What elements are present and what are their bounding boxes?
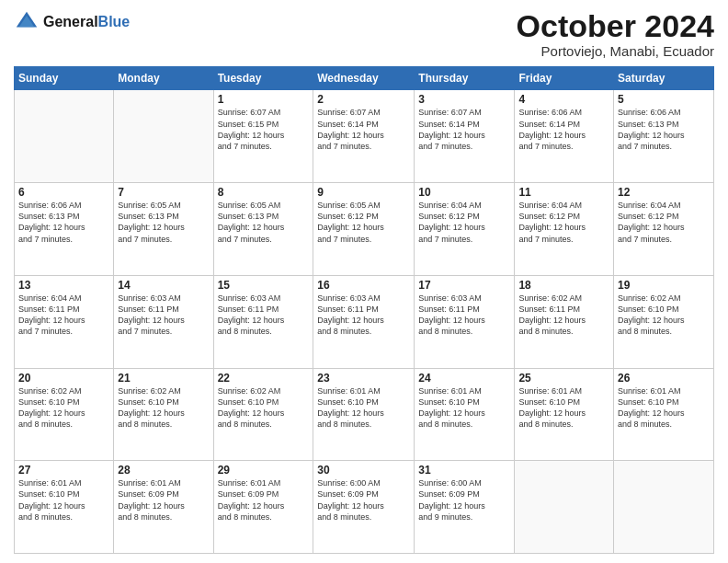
day-number: 27 bbox=[18, 464, 109, 477]
day-number: 18 bbox=[518, 279, 609, 292]
cell-info: Sunrise: 6:03 AM Sunset: 6:11 PM Dayligh… bbox=[317, 293, 410, 338]
day-number: 1 bbox=[218, 93, 310, 106]
logo-icon bbox=[14, 9, 40, 35]
cell-info: Sunrise: 6:06 AM Sunset: 6:13 PM Dayligh… bbox=[18, 200, 109, 245]
cell-info: Sunrise: 6:01 AM Sunset: 6:10 PM Dayligh… bbox=[317, 385, 410, 431]
cell-info: Sunrise: 6:04 AM Sunset: 6:12 PM Dayligh… bbox=[518, 200, 609, 245]
calendar-week-5: 27Sunrise: 6:01 AM Sunset: 6:10 PM Dayli… bbox=[15, 461, 714, 554]
cell-info: Sunrise: 6:04 AM Sunset: 6:12 PM Dayligh… bbox=[418, 200, 510, 245]
day-number: 21 bbox=[118, 372, 209, 385]
day-number: 6 bbox=[18, 186, 109, 199]
calendar-week-3: 13Sunrise: 6:04 AM Sunset: 6:11 PM Dayli… bbox=[15, 275, 714, 368]
calendar-header-thursday: Thursday bbox=[415, 67, 515, 90]
calendar-cell: 7Sunrise: 6:05 AM Sunset: 6:13 PM Daylig… bbox=[114, 183, 213, 276]
header: GeneralBlue October 2024 Portoviejo, Man… bbox=[14, 9, 714, 59]
logo-text: GeneralBlue bbox=[43, 14, 130, 30]
calendar-cell: 19Sunrise: 6:02 AM Sunset: 6:10 PM Dayli… bbox=[614, 275, 714, 368]
calendar-week-2: 6Sunrise: 6:06 AM Sunset: 6:13 PM Daylig… bbox=[15, 183, 714, 276]
calendar-cell: 1Sunrise: 6:07 AM Sunset: 6:15 PM Daylig… bbox=[213, 90, 313, 183]
page: GeneralBlue October 2024 Portoviejo, Man… bbox=[0, 0, 728, 563]
day-number: 25 bbox=[518, 372, 609, 385]
calendar-cell: 29Sunrise: 6:01 AM Sunset: 6:09 PM Dayli… bbox=[213, 461, 313, 554]
title-block: October 2024 Portoviejo, Manabi, Ecuador bbox=[517, 9, 714, 59]
calendar-cell: 9Sunrise: 6:05 AM Sunset: 6:12 PM Daylig… bbox=[313, 183, 415, 276]
day-number: 5 bbox=[618, 93, 710, 106]
cell-info: Sunrise: 6:03 AM Sunset: 6:11 PM Dayligh… bbox=[418, 293, 510, 338]
day-number: 30 bbox=[317, 464, 410, 477]
calendar-cell: 17Sunrise: 6:03 AM Sunset: 6:11 PM Dayli… bbox=[415, 275, 515, 368]
calendar-cell bbox=[114, 90, 213, 183]
calendar-cell: 31Sunrise: 6:00 AM Sunset: 6:09 PM Dayli… bbox=[415, 461, 515, 554]
calendar-header-wednesday: Wednesday bbox=[313, 67, 415, 90]
calendar-cell: 28Sunrise: 6:01 AM Sunset: 6:09 PM Dayli… bbox=[114, 461, 213, 554]
cell-info: Sunrise: 6:04 AM Sunset: 6:12 PM Dayligh… bbox=[618, 200, 710, 245]
cell-info: Sunrise: 6:01 AM Sunset: 6:10 PM Dayligh… bbox=[618, 385, 710, 431]
day-number: 23 bbox=[317, 372, 410, 385]
day-number: 15 bbox=[218, 279, 310, 292]
day-number: 11 bbox=[518, 186, 609, 199]
cell-info: Sunrise: 6:02 AM Sunset: 6:10 PM Dayligh… bbox=[18, 385, 109, 431]
calendar-cell: 30Sunrise: 6:00 AM Sunset: 6:09 PM Dayli… bbox=[313, 461, 415, 554]
calendar-cell: 22Sunrise: 6:02 AM Sunset: 6:10 PM Dayli… bbox=[213, 368, 313, 461]
day-number: 20 bbox=[18, 372, 109, 385]
calendar-cell: 16Sunrise: 6:03 AM Sunset: 6:11 PM Dayli… bbox=[313, 275, 415, 368]
cell-info: Sunrise: 6:02 AM Sunset: 6:10 PM Dayligh… bbox=[218, 385, 310, 431]
cell-info: Sunrise: 6:05 AM Sunset: 6:13 PM Dayligh… bbox=[118, 200, 209, 245]
cell-info: Sunrise: 6:06 AM Sunset: 6:14 PM Dayligh… bbox=[518, 107, 609, 152]
cell-info: Sunrise: 6:01 AM Sunset: 6:09 PM Dayligh… bbox=[118, 477, 209, 523]
calendar-header-saturday: Saturday bbox=[614, 67, 714, 90]
calendar-cell: 12Sunrise: 6:04 AM Sunset: 6:12 PM Dayli… bbox=[614, 183, 714, 276]
subtitle: Portoviejo, Manabi, Ecuador bbox=[517, 43, 714, 59]
cell-info: Sunrise: 6:02 AM Sunset: 6:10 PM Dayligh… bbox=[118, 385, 209, 431]
calendar-cell: 15Sunrise: 6:03 AM Sunset: 6:11 PM Dayli… bbox=[213, 275, 313, 368]
calendar-cell: 20Sunrise: 6:02 AM Sunset: 6:10 PM Dayli… bbox=[15, 368, 114, 461]
calendar-week-1: 1Sunrise: 6:07 AM Sunset: 6:15 PM Daylig… bbox=[15, 90, 714, 183]
cell-info: Sunrise: 6:03 AM Sunset: 6:11 PM Dayligh… bbox=[118, 293, 209, 338]
cell-info: Sunrise: 6:05 AM Sunset: 6:13 PM Dayligh… bbox=[218, 200, 310, 245]
calendar-cell: 18Sunrise: 6:02 AM Sunset: 6:11 PM Dayli… bbox=[515, 275, 614, 368]
day-number: 13 bbox=[18, 279, 109, 292]
calendar-cell: 3Sunrise: 6:07 AM Sunset: 6:14 PM Daylig… bbox=[415, 90, 515, 183]
calendar-header-friday: Friday bbox=[515, 67, 614, 90]
day-number: 12 bbox=[618, 186, 710, 199]
day-number: 4 bbox=[518, 93, 609, 106]
cell-info: Sunrise: 6:07 AM Sunset: 6:14 PM Dayligh… bbox=[418, 107, 510, 152]
calendar-cell bbox=[15, 90, 114, 183]
calendar-cell bbox=[515, 461, 614, 554]
day-number: 7 bbox=[118, 186, 209, 199]
calendar-cell bbox=[614, 461, 714, 554]
calendar-cell: 26Sunrise: 6:01 AM Sunset: 6:10 PM Dayli… bbox=[614, 368, 714, 461]
calendar-cell: 25Sunrise: 6:01 AM Sunset: 6:10 PM Dayli… bbox=[515, 368, 614, 461]
cell-info: Sunrise: 6:04 AM Sunset: 6:11 PM Dayligh… bbox=[18, 293, 109, 338]
calendar-cell: 4Sunrise: 6:06 AM Sunset: 6:14 PM Daylig… bbox=[515, 90, 614, 183]
day-number: 29 bbox=[218, 464, 310, 477]
month-title: October 2024 bbox=[517, 9, 714, 43]
calendar-cell: 2Sunrise: 6:07 AM Sunset: 6:14 PM Daylig… bbox=[313, 90, 415, 183]
calendar-table: SundayMondayTuesdayWednesdayThursdayFrid… bbox=[14, 66, 714, 554]
calendar-header-sunday: Sunday bbox=[15, 67, 114, 90]
cell-info: Sunrise: 6:07 AM Sunset: 6:15 PM Dayligh… bbox=[218, 107, 310, 152]
cell-info: Sunrise: 6:02 AM Sunset: 6:10 PM Dayligh… bbox=[618, 293, 710, 338]
day-number: 9 bbox=[317, 186, 410, 199]
calendar-cell: 13Sunrise: 6:04 AM Sunset: 6:11 PM Dayli… bbox=[15, 275, 114, 368]
cell-info: Sunrise: 6:07 AM Sunset: 6:14 PM Dayligh… bbox=[317, 107, 410, 152]
cell-info: Sunrise: 6:00 AM Sunset: 6:09 PM Dayligh… bbox=[317, 477, 410, 523]
cell-info: Sunrise: 6:06 AM Sunset: 6:13 PM Dayligh… bbox=[618, 107, 710, 152]
calendar-cell: 14Sunrise: 6:03 AM Sunset: 6:11 PM Dayli… bbox=[114, 275, 213, 368]
day-number: 16 bbox=[317, 279, 410, 292]
calendar-cell: 27Sunrise: 6:01 AM Sunset: 6:10 PM Dayli… bbox=[15, 461, 114, 554]
cell-info: Sunrise: 6:01 AM Sunset: 6:10 PM Dayligh… bbox=[518, 385, 609, 431]
cell-info: Sunrise: 6:00 AM Sunset: 6:09 PM Dayligh… bbox=[418, 477, 510, 523]
cell-info: Sunrise: 6:01 AM Sunset: 6:10 PM Dayligh… bbox=[418, 385, 510, 431]
day-number: 26 bbox=[618, 372, 710, 385]
day-number: 22 bbox=[218, 372, 310, 385]
day-number: 14 bbox=[118, 279, 209, 292]
calendar-cell: 5Sunrise: 6:06 AM Sunset: 6:13 PM Daylig… bbox=[614, 90, 714, 183]
calendar-cell: 6Sunrise: 6:06 AM Sunset: 6:13 PM Daylig… bbox=[15, 183, 114, 276]
calendar-cell: 11Sunrise: 6:04 AM Sunset: 6:12 PM Dayli… bbox=[515, 183, 614, 276]
logo: GeneralBlue bbox=[14, 9, 130, 35]
day-number: 31 bbox=[418, 464, 510, 477]
calendar-cell: 24Sunrise: 6:01 AM Sunset: 6:10 PM Dayli… bbox=[415, 368, 515, 461]
day-number: 17 bbox=[418, 279, 510, 292]
cell-info: Sunrise: 6:05 AM Sunset: 6:12 PM Dayligh… bbox=[317, 200, 410, 245]
